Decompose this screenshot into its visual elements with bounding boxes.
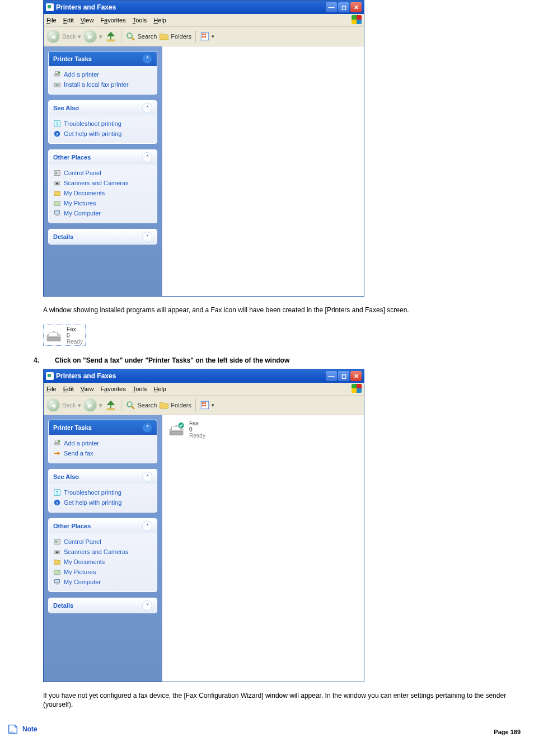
search-button[interactable]: Search <box>125 31 157 41</box>
up-icon[interactable] <box>105 30 117 43</box>
folder-icon <box>53 558 61 566</box>
collapse-icon[interactable]: ˄ <box>142 54 152 64</box>
svg-line-27 <box>132 406 135 409</box>
windows-flag-icon <box>352 15 362 24</box>
fax-docs: 0 <box>189 426 205 433</box>
up-icon[interactable] <box>105 399 117 411</box>
link-troubleshoot[interactable]: ? Troubleshoot printing <box>53 487 152 497</box>
pictures-icon <box>53 568 61 576</box>
svg-rect-44 <box>55 580 60 583</box>
fax-install-icon <box>53 81 61 88</box>
search-button[interactable]: Search <box>125 400 157 410</box>
main-view: Fax 0 Ready <box>162 415 364 682</box>
menu-favorites[interactable]: Favorites <box>100 386 125 392</box>
note-icon <box>7 723 19 735</box>
pane-see-also: See Also ˄ ? Troubleshoot printing ? Get… <box>48 469 157 513</box>
back-dropdown[interactable]: ▾ <box>78 33 81 40</box>
collapse-icon[interactable]: ˄ <box>142 152 152 162</box>
close-button[interactable]: ✕ <box>350 2 362 12</box>
menu-help[interactable]: Help <box>153 386 166 392</box>
titlebar[interactable]: Printers and Faxes — ◻ ✕ <box>44 1 364 14</box>
forward-button[interactable]: ► <box>83 30 97 43</box>
pane-title: Printer Tasks <box>53 424 92 431</box>
printer-icon <box>53 439 61 447</box>
menu-edit[interactable]: Edit <box>63 386 74 392</box>
window-printers-faxes-2: Printers and Faxes — ◻ ✕ File Edit View … <box>43 369 364 682</box>
back-button[interactable]: ◄ <box>46 30 60 43</box>
task-label: Troubleshoot printing <box>64 120 121 127</box>
folders-button[interactable]: Folders <box>159 31 191 41</box>
toolbar: ◄ Back ▾ ► ▾ Search Folders ▾ <box>44 396 364 415</box>
link-get-help[interactable]: ? Get help with printing <box>53 497 152 508</box>
link-get-help[interactable]: ? Get help with printing <box>53 129 152 139</box>
task-add-printer[interactable]: Add a printer <box>53 69 152 79</box>
link-my-computer[interactable]: My Computer <box>53 208 152 218</box>
menu-file[interactable]: File <box>46 17 57 24</box>
pane-title: Printer Tasks <box>53 55 92 62</box>
task-label: Get help with printing <box>64 130 121 137</box>
link-my-pictures[interactable]: My Pictures <box>53 567 152 577</box>
main-view <box>162 46 364 296</box>
task-send-fax[interactable]: Send a fax <box>53 448 152 458</box>
expand-icon[interactable]: ˅ <box>142 600 152 611</box>
views-button[interactable]: ▾ <box>200 400 214 410</box>
menu-help[interactable]: Help <box>153 17 166 24</box>
expand-icon[interactable]: ˅ <box>142 232 152 242</box>
forward-dropdown[interactable]: ▾ <box>99 402 102 409</box>
minimize-button[interactable]: — <box>326 2 337 12</box>
link-control-panel[interactable]: Control Panel <box>53 537 152 547</box>
forward-button[interactable]: ► <box>83 398 97 412</box>
back-label: Back <box>62 402 76 408</box>
help-icon: ? <box>53 120 61 128</box>
search-label: Search <box>137 33 157 40</box>
link-my-pictures[interactable]: My Pictures <box>53 198 152 208</box>
svg-point-18 <box>55 172 58 174</box>
views-button[interactable]: ▾ <box>200 31 214 41</box>
svg-rect-5 <box>204 34 206 35</box>
app-icon <box>46 3 54 11</box>
fax-docs: 0 <box>67 332 83 339</box>
pane-printer-tasks: Printer Tasks ˄ Add a printer Send a fax <box>48 420 157 463</box>
menu-file[interactable]: File <box>46 386 57 392</box>
svg-text:?: ? <box>55 490 58 496</box>
collapse-icon[interactable]: ˄ <box>142 422 152 433</box>
collapse-icon[interactable]: ˄ <box>142 103 152 113</box>
folders-button[interactable]: Folders <box>159 400 191 410</box>
maximize-button[interactable]: ◻ <box>338 2 349 12</box>
maximize-button[interactable]: ◻ <box>338 371 349 381</box>
svg-text:?: ? <box>55 121 58 127</box>
task-install-fax[interactable]: Install a local fax printer <box>53 79 152 90</box>
menu-view[interactable]: View <box>81 17 94 24</box>
svg-line-2 <box>132 37 135 40</box>
titlebar[interactable]: Printers and Faxes — ◻ ✕ <box>44 369 364 383</box>
link-troubleshoot[interactable]: ? Troubleshoot printing <box>53 119 152 129</box>
forward-dropdown[interactable]: ▾ <box>99 33 102 40</box>
link-my-documents[interactable]: My Documents <box>53 557 152 567</box>
task-label: My Pictures <box>64 569 96 575</box>
menu-favorites[interactable]: Favorites <box>100 17 125 24</box>
menu-tools[interactable]: Tools <box>133 386 147 392</box>
pane-title: See Also <box>53 105 79 111</box>
svg-rect-21 <box>55 211 60 214</box>
collapse-icon[interactable]: ˄ <box>142 472 152 482</box>
back-button[interactable]: ◄ <box>46 398 60 412</box>
link-my-computer[interactable]: My Computer <box>53 577 152 587</box>
pane-title: See Also <box>53 473 79 480</box>
menu-view[interactable]: View <box>81 386 94 392</box>
minimize-button[interactable]: — <box>326 371 337 381</box>
collapse-icon[interactable]: ˄ <box>142 521 152 531</box>
svg-rect-6 <box>202 36 204 37</box>
fax-printer-item[interactable]: Fax 0 Ready <box>167 420 359 439</box>
link-scanners-cameras[interactable]: Scanners and Cameras <box>53 178 152 188</box>
svg-rect-33 <box>54 442 60 445</box>
svg-rect-47 <box>171 431 182 435</box>
link-scanners-cameras[interactable]: Scanners and Cameras <box>53 547 152 557</box>
back-dropdown[interactable]: ▾ <box>78 402 81 409</box>
menu-tools[interactable]: Tools <box>133 17 147 24</box>
app-icon <box>46 372 54 380</box>
task-add-printer[interactable]: Add a printer <box>53 438 152 448</box>
link-my-documents[interactable]: My Documents <box>53 188 152 198</box>
close-button[interactable]: ✕ <box>350 371 362 381</box>
menu-edit[interactable]: Edit <box>63 17 74 24</box>
link-control-panel[interactable]: Control Panel <box>53 168 152 178</box>
